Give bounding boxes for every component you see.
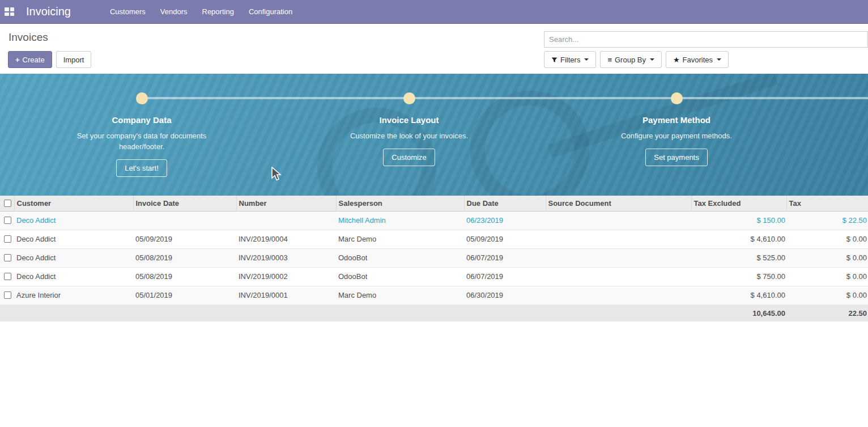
step-description: Set your company's data for documents he…: [71, 130, 212, 152]
cell-salesperson[interactable]: OdooBot: [336, 248, 464, 267]
row-checkbox[interactable]: [4, 254, 11, 261]
table-row[interactable]: Deco Addict 05/08/2019 INV/2019/0002 Odo…: [0, 267, 868, 286]
column-header-salesperson[interactable]: Salesperson: [336, 196, 464, 211]
cell-tax-excluded[interactable]: $ 150.00: [691, 211, 786, 230]
top-navbar: Invoicing Customers Vendors Reporting Co…: [0, 0, 868, 24]
table-row[interactable]: Deco Addict 05/09/2019 INV/2019/0004 Mar…: [0, 230, 868, 248]
select-all-checkbox[interactable]: [4, 200, 11, 207]
step-dot-icon: [403, 92, 415, 104]
filters-button[interactable]: Filters: [544, 51, 596, 68]
filter-funnel-icon: [551, 57, 558, 63]
table-row[interactable]: Deco Addict 05/08/2019 INV/2019/0003 Odo…: [0, 248, 868, 267]
cell-source-document[interactable]: [546, 267, 691, 286]
cell-source-document[interactable]: [546, 286, 691, 305]
step-title: Invoice Layout: [275, 115, 543, 125]
nav-menu-customers[interactable]: Customers: [103, 0, 153, 23]
cell-customer[interactable]: Azure Interior: [14, 286, 133, 305]
cell-customer[interactable]: Deco Addict: [14, 267, 133, 286]
control-panel: Invoices + Create Import Filters ≡ Group…: [0, 24, 868, 74]
lets-start-button[interactable]: Let's start!: [116, 159, 167, 177]
favorites-button-label: Favorites: [683, 56, 713, 64]
cell-salesperson[interactable]: OdooBot: [336, 267, 464, 286]
cell-source-document[interactable]: [546, 211, 691, 230]
nav-menu: Customers Vendors Reporting Configuratio…: [103, 0, 300, 23]
nav-menu-vendors[interactable]: Vendors: [153, 0, 195, 23]
step-title: Payment Method: [543, 115, 810, 125]
cell-due-date[interactable]: 06/07/2019: [464, 267, 546, 286]
group-by-button-label: Group By: [615, 56, 646, 64]
row-checkbox[interactable]: [4, 291, 11, 299]
import-button-label: Import: [63, 56, 84, 64]
step-title: Company Data: [8, 115, 275, 125]
step-description: Customize the look of your invoices.: [338, 130, 480, 141]
column-header-customer[interactable]: Customer: [14, 196, 133, 211]
row-checkbox[interactable]: [4, 235, 11, 243]
cell-invoice-date[interactable]: 05/01/2019: [133, 286, 236, 305]
cell-customer[interactable]: Deco Addict: [14, 248, 133, 267]
onboarding-step-invoice-layout: Invoice Layout Customize the look of you…: [275, 74, 543, 177]
nav-menu-reporting[interactable]: Reporting: [195, 0, 241, 23]
app-name[interactable]: Invoicing: [26, 5, 71, 18]
cell-number[interactable]: [236, 211, 336, 230]
cell-due-date[interactable]: 06/07/2019: [464, 248, 546, 267]
create-button[interactable]: + Create: [8, 51, 52, 68]
cell-tax[interactable]: $ 0.00: [786, 267, 868, 286]
cell-salesperson[interactable]: Marc Demo: [336, 230, 464, 248]
chevron-down-icon: [650, 58, 654, 61]
cell-customer[interactable]: Deco Addict: [14, 211, 133, 230]
column-header-source-document[interactable]: Source Document: [546, 196, 691, 211]
tax-excluded-total: 10,645.00: [691, 305, 786, 322]
tax-total: 22.50: [786, 305, 868, 322]
cell-invoice-date[interactable]: 05/09/2019: [133, 230, 236, 248]
table-row[interactable]: Azure Interior 05/01/2019 INV/2019/0001 …: [0, 286, 868, 305]
import-button[interactable]: Import: [56, 51, 92, 68]
favorites-button[interactable]: ★ Favorites: [666, 51, 729, 68]
nav-menu-configuration[interactable]: Configuration: [241, 0, 300, 23]
cell-due-date[interactable]: 05/09/2019: [464, 230, 546, 248]
row-checkbox[interactable]: [4, 273, 11, 280]
column-header-tax-excluded[interactable]: Tax Excluded: [691, 196, 786, 211]
cell-due-date[interactable]: 06/23/2019: [464, 211, 546, 230]
cell-invoice-date[interactable]: [133, 211, 236, 230]
apps-grid-icon[interactable]: [5, 7, 14, 16]
cell-number[interactable]: INV/2019/0001: [236, 286, 336, 305]
cell-customer[interactable]: Deco Addict: [14, 230, 133, 248]
cell-tax-excluded[interactable]: $ 750.00: [691, 267, 786, 286]
column-header-number[interactable]: Number: [236, 196, 336, 211]
table-footer-row: 10,645.00 22.50: [0, 305, 868, 322]
plus-icon: +: [15, 56, 20, 64]
group-by-button[interactable]: ≡ Group By: [600, 51, 662, 68]
cell-number[interactable]: INV/2019/0003: [236, 248, 336, 267]
cell-number[interactable]: INV/2019/0002: [236, 267, 336, 286]
onboarding-banner: Company Data Set your company's data for…: [0, 74, 868, 196]
cell-tax[interactable]: $ 22.50: [786, 211, 868, 230]
cell-tax-excluded[interactable]: $ 4,610.00: [691, 286, 786, 305]
set-payments-button[interactable]: Set payments: [645, 149, 708, 166]
column-header-invoice-date[interactable]: Invoice Date: [133, 196, 236, 211]
cell-source-document[interactable]: [546, 230, 691, 248]
page-title: Invoices: [8, 31, 48, 44]
cell-salesperson[interactable]: Mitchell Admin: [336, 211, 464, 230]
row-checkbox[interactable]: [4, 217, 11, 224]
cell-invoice-date[interactable]: 05/08/2019: [133, 267, 236, 286]
cell-tax-excluded[interactable]: $ 4,610.00: [691, 230, 786, 248]
cell-number[interactable]: INV/2019/0004: [236, 230, 336, 248]
search-input[interactable]: [544, 31, 868, 48]
cell-salesperson[interactable]: Marc Demo: [336, 286, 464, 305]
onboarding-step-payment-method: Payment Method Configure your payment me…: [543, 74, 810, 177]
invoice-table-body: Deco Addict Mitchell Admin 06/23/2019 $ …: [0, 211, 868, 305]
table-row[interactable]: Deco Addict Mitchell Admin 06/23/2019 $ …: [0, 211, 868, 230]
invoice-table: Customer Invoice Date Number Salesperson…: [0, 196, 868, 322]
step-dot-icon: [136, 92, 148, 104]
column-header-due-date[interactable]: Due Date: [464, 196, 546, 211]
cell-tax-excluded[interactable]: $ 525.00: [691, 248, 786, 267]
cell-due-date[interactable]: 06/30/2019: [464, 286, 546, 305]
cell-tax[interactable]: $ 0.00: [786, 230, 868, 248]
cell-tax[interactable]: $ 0.00: [786, 286, 868, 305]
customize-button[interactable]: Customize: [383, 149, 435, 166]
cell-invoice-date[interactable]: 05/08/2019: [133, 248, 236, 267]
cell-source-document[interactable]: [546, 248, 691, 267]
table-header-row: Customer Invoice Date Number Salesperson…: [0, 196, 868, 211]
cell-tax[interactable]: $ 0.00: [786, 248, 868, 267]
column-header-tax[interactable]: Tax: [786, 196, 868, 211]
